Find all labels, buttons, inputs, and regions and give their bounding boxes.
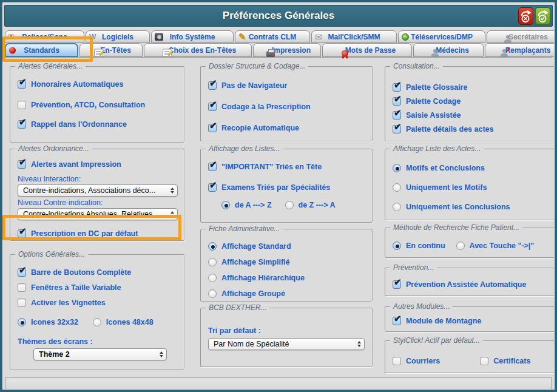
radio-selected-icon[interactable] <box>208 242 217 251</box>
tab-choix-des-en-tetes[interactable]: Choix des En-Têtes <box>144 43 252 57</box>
radio-unselected-icon[interactable] <box>285 201 294 209</box>
radio-uniquement-motifs[interactable]: Uniquement les Motifs <box>393 182 556 192</box>
checkbox-palette-details-actes[interactable]: Palette détails des actes <box>393 124 556 134</box>
checkbox-checked-icon[interactable] <box>393 83 401 92</box>
font-Tr-icon <box>8 32 17 42</box>
tab-info-systeme[interactable]: Info Système <box>151 30 234 43</box>
checkbox-checked-icon[interactable] <box>393 280 401 289</box>
checkbox-palette-glossaire[interactable]: Palette Glossaire <box>393 82 556 92</box>
tab-polices-sons[interactable]: Polices/Sons <box>5 30 84 43</box>
radio-icones-48x48[interactable]: Icones 48x48 <box>93 317 154 327</box>
checkbox-checked-icon[interactable] <box>18 229 26 238</box>
checkbox-examens-tries-specialites[interactable]: Examens Triés par Spécialités <box>208 182 372 192</box>
checkbox-label: Courriers <box>406 357 440 365</box>
radio-selected-icon[interactable] <box>18 318 26 326</box>
checkbox-unchecked-icon[interactable] <box>18 299 26 307</box>
checkbox-important-tries-en-tete[interactable]: "IMPORTANT" Triés en Tête <box>208 161 372 172</box>
checkbox-checked-icon[interactable] <box>208 81 217 90</box>
checkbox-codage-prescription[interactable]: Codage à la Prescription <box>208 101 372 112</box>
checkbox-rappel-ordonnance[interactable]: Rappel dans l'Ordonnance <box>18 119 184 129</box>
checkbox-unchecked-icon[interactable] <box>393 357 401 365</box>
checkbox-pas-de-navigateur[interactable]: Pas de Navigateur <box>208 80 372 90</box>
checkbox-checked-icon[interactable] <box>393 111 401 120</box>
checkbox-activer-vignettes[interactable]: Activer les Vignettes <box>18 297 184 308</box>
checkbox-palette-codage[interactable]: Palette Codage <box>393 96 556 106</box>
checkbox-recopie-automatique[interactable]: Recopie Automatique <box>208 123 372 133</box>
checkbox-saisie-assistee[interactable]: Saisie Assistée <box>393 110 556 120</box>
select-tri-par-defaut[interactable]: Par Nom de Spécialité <box>208 338 365 350</box>
radio-unselected-icon[interactable] <box>393 183 401 192</box>
select-value: Contre-indications, Associations déco... <box>23 186 155 195</box>
tab-teleservices-dmp[interactable]: Téléservices/DMP <box>398 30 485 43</box>
checkbox-barre-boutons-complete[interactable]: Barre de Boutons Complète <box>18 267 184 277</box>
select-theme-ecrans[interactable]: Thème 2 <box>33 348 167 360</box>
tab-mots-de-passe[interactable]: Mots de Passe <box>322 43 412 57</box>
tab-contrats-clm[interactable]: Contrats CLM <box>235 30 310 43</box>
stepper-arrows-icon <box>167 188 174 194</box>
checkbox-checked-icon[interactable] <box>18 120 26 129</box>
titlebar: Préférences Générales <box>4 5 553 27</box>
tab-remplacants[interactable]: ✗ Remplaçants <box>485 43 557 57</box>
tab-standards[interactable]: Standards <box>5 43 78 57</box>
radio-de-a-vers-z[interactable]: de A ---> Z <box>221 200 272 210</box>
checkbox-certificats[interactable]: Certificats <box>480 356 530 366</box>
checkbox-courriers[interactable]: Courriers <box>393 356 440 366</box>
checkbox-unchecked-icon[interactable] <box>480 357 488 365</box>
radio-unselected-icon[interactable] <box>456 242 465 250</box>
header-doc-icon <box>94 49 103 56</box>
tab-label: Logiciels <box>102 33 133 41</box>
radio-unselected-icon[interactable] <box>208 289 217 298</box>
radio-affichage-groupe[interactable]: Affichage Groupé <box>208 288 372 299</box>
checkbox-checked-icon[interactable] <box>208 163 217 171</box>
radio-label: de Z ---> A <box>299 201 336 209</box>
radio-icones-32x32[interactable]: Icones 32x32 <box>18 317 78 327</box>
radio-unselected-icon[interactable] <box>393 203 401 211</box>
checkbox-checked-icon[interactable] <box>393 125 401 133</box>
radio-affichage-standard[interactable]: Affichage Standard <box>208 241 372 251</box>
checkbox-prescription-dc-defaut[interactable]: Prescription en DC par défaut <box>18 228 184 238</box>
tab-row-2: Standards En-Têtes Choix des En-Têtes Im… <box>5 43 557 57</box>
radio-avec-touche-tab[interactable]: Avec Touche "->|" <box>456 240 535 251</box>
radio-unselected-icon[interactable] <box>93 318 101 326</box>
checkbox-module-de-montagne[interactable]: Module de Montagne <box>393 316 556 326</box>
tab-logiciels[interactable]: Logiciels <box>86 30 150 43</box>
tab-secretaires[interactable]: Secrétaires <box>487 30 557 43</box>
green-globe-icon <box>402 33 409 41</box>
checkbox-checked-icon[interactable] <box>18 268 26 277</box>
checkbox-fenetres-taille-variable[interactable]: Fenêtres à Taille Variable <box>18 282 184 292</box>
radio-uniquement-conclusions[interactable]: Uniquement les Conclusions <box>393 201 556 212</box>
select-niveau-contre-indication[interactable]: Contre-indications Absolues, Relatives..… <box>18 208 178 220</box>
tab-en-tetes[interactable]: En-Têtes <box>79 43 143 57</box>
checkbox-checked-icon[interactable] <box>393 317 401 325</box>
radio-unselected-icon[interactable] <box>208 274 217 282</box>
checkbox-checked-icon[interactable] <box>208 103 217 111</box>
checkbox-honoraires-automatiques[interactable]: Honoraires Automatiques <box>18 79 184 89</box>
group-title: Affichage Liste des Actes... <box>390 144 484 153</box>
cancel-button[interactable] <box>518 7 533 25</box>
checkbox-checked-icon[interactable] <box>208 124 217 132</box>
checkbox-checked-icon[interactable] <box>18 160 26 169</box>
confirm-button[interactable] <box>535 7 550 25</box>
radio-selected-icon[interactable] <box>393 242 401 250</box>
checkbox-prevention-assistee[interactable]: Prévention Assistée Automatique <box>393 279 556 289</box>
checkbox-alertes-avant-impression[interactable]: Alertes avant Impression <box>18 159 184 169</box>
checkbox-prevention-atcd-consultation[interactable]: Prévention, ATCD, Consultation <box>18 100 184 110</box>
radio-selected-icon[interactable] <box>393 164 401 172</box>
checkbox-checked-icon[interactable] <box>208 183 217 192</box>
group-title: Dossier Structuré & Codage... <box>206 62 308 70</box>
checkbox-checked-icon[interactable] <box>18 80 26 89</box>
checkbox-unchecked-icon[interactable] <box>18 101 26 109</box>
radio-de-z-vers-a[interactable]: de Z ---> A <box>285 200 336 210</box>
radio-affichage-hierarchique[interactable]: Affichage Hiérarchique <box>208 272 372 283</box>
tab-impression[interactable]: Impression <box>253 43 321 57</box>
radio-selected-icon[interactable] <box>221 201 230 209</box>
checkbox-checked-icon[interactable] <box>393 97 401 106</box>
radio-affichage-simplifie[interactable]: Affichage Simplifié <box>208 257 372 267</box>
tab-mailclick-smm[interactable]: Mail'Click/SMM <box>311 30 397 43</box>
checkbox-unchecked-icon[interactable] <box>18 283 26 292</box>
radio-unselected-icon[interactable] <box>208 258 217 266</box>
tab-medecins[interactable]: Médecins <box>413 43 484 57</box>
radio-en-continu[interactable]: En continu <box>393 240 445 251</box>
select-niveau-interaction[interactable]: Contre-indications, Associations déco... <box>18 184 178 197</box>
radio-motifs-et-conclusions[interactable]: Motifs et Conclusions <box>393 163 556 173</box>
